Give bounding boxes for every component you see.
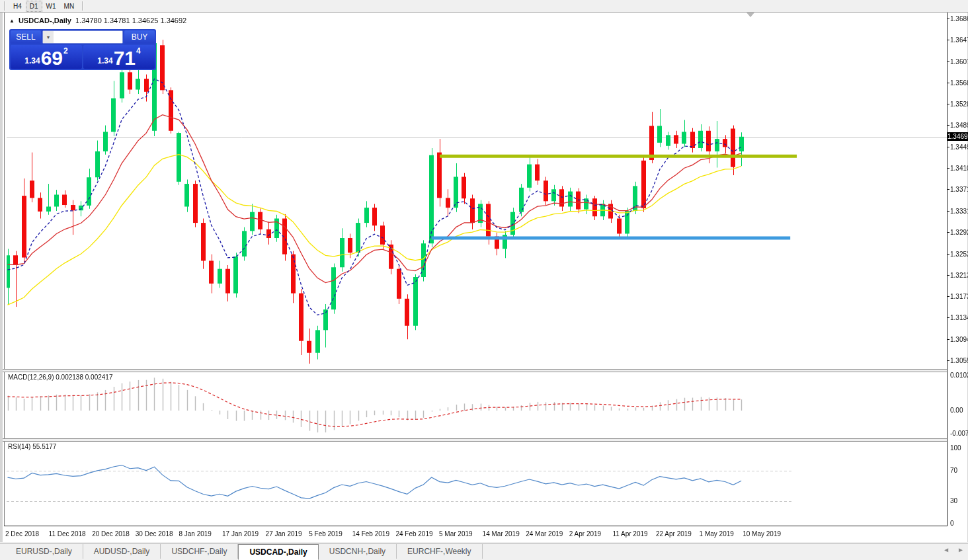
volume-input[interactable] [54,31,123,43]
ohlc-values: 1.34780 1.34781 1.34625 1.34692 [75,17,186,24]
chart-shift-marker-icon[interactable] [746,13,754,17]
timeframe-toolbar: H4D1W1MN [0,0,968,13]
price-axis-tick [948,211,949,212]
time-axis-label: 1 May 2019 [700,530,734,538]
time-axis-label: 17 Jan 2019 [222,530,259,538]
price-axis-label: 1.32130 [950,272,968,279]
mt4-application: H4D1W1MN 1.34692 1.368601.364701.360701.… [0,0,968,560]
macd-indicator-label: MACD(12,26,9) 0.002138 0.002417 [8,374,112,381]
current-price-badge: 1.34692 [948,132,968,141]
price-axis-label: 1.34490 [950,143,968,151]
tab-scroll-left-icon[interactable]: ◄ [943,546,949,553]
price-axis-label: 1.33310 [950,208,968,215]
macd-axis-label: 0.00 [950,407,963,414]
chart-tab-bar: EURUSD-,DailyAUDUSD-,DailyUSDCHF-,DailyU… [0,543,968,560]
time-axis: 2 Dec 201811 Dec 201820 Dec 201830 Dec 2… [4,527,946,541]
rsi-axis-label: 0 [950,520,954,527]
chart-tab-eurusd[interactable]: EURUSD-,Daily [5,544,83,559]
buy-price-main: 71 [114,48,136,68]
time-axis-label: 11 Dec 2018 [49,530,86,538]
timeframe-button-d1[interactable]: D1 [26,1,42,12]
price-axis-tick [948,125,949,126]
pane-separator-rsi[interactable] [3,438,967,442]
one-click-trading-panel: SELL ▼ ▲ BUY 1.34 69 2 1.34 71 4 [9,29,156,70]
rsi-axis-label: 70 [950,467,957,474]
rsi-axis-label: 30 [950,497,957,504]
rsi-indicator-label: RSI(14) 55.5177 [8,443,56,450]
price-axis-label: 1.30550 [950,357,968,364]
volume-box: ▼ ▲ [42,30,123,44]
price-axis-tick [948,168,949,169]
price-axis-label: 1.36070 [950,58,968,65]
time-axis-label: 11 Apr 2019 [612,530,647,538]
time-axis-line [4,526,967,526]
time-axis-label: 8 Jan 2019 [179,530,212,538]
price-axis-label: 1.34890 [950,122,968,129]
time-axis-label: 24 Mar 2019 [526,530,563,538]
chart-tab-usdchf[interactable]: USDCHF-,Daily [161,544,238,559]
price-axis-tick [948,104,949,104]
pane-separator-macd[interactable] [3,369,967,372]
price-axis-tick [948,147,949,147]
time-axis-label: 14 Feb 2019 [352,530,389,538]
price-axis-tick [948,232,949,233]
chart-window: 1.34692 1.368601.364701.360701.356801.35… [0,13,968,542]
price-axis-label: 1.32920 [950,229,968,236]
price-axis-label: 1.36470 [950,36,968,44]
toolbar-separator [4,1,5,11]
macd-axis-label: -0.007477 [950,430,968,437]
price-axis-label: 1.31340 [950,314,968,321]
timeframe-button-h4[interactable]: H4 [9,1,26,12]
price-axis-tick [948,317,949,318]
chart-title: ▲ USDCAD-,Daily 1.34780 1.34781 1.34625 … [9,17,186,24]
price-axis-tick [948,254,949,255]
price-axis-tick [948,275,949,276]
time-axis-label: 2 Apr 2019 [569,530,601,538]
sell-button[interactable]: SELL [11,30,41,44]
time-axis-label: 20 Dec 2018 [92,530,130,538]
time-axis-label: 27 Jan 2019 [266,530,302,538]
symbol-label: USDCAD-,Daily [19,17,71,24]
time-axis-label: 24 Feb 2019 [395,530,432,538]
price-axis-tick [948,360,949,361]
buy-price-pip: 4 [136,46,141,56]
time-axis-label: 10 May 2019 [743,530,781,538]
chart-tab-eurchf[interactable]: EURCHF-,Weekly [397,544,482,559]
price-chart-canvas[interactable] [7,13,947,526]
price-axis-tick [948,61,949,62]
price-axis-label: 1.33710 [950,186,968,193]
time-axis-label: 5 Feb 2019 [309,530,343,538]
price-axis-tick [948,83,949,83]
price-axis-label: 1.30940 [950,336,968,343]
time-axis-label: 30 Dec 2018 [136,530,173,538]
one-click-collapse-icon[interactable]: ▲ [9,18,15,24]
time-axis-label: 22 Apr 2019 [656,530,692,538]
volume-decrease-button[interactable]: ▼ [43,31,54,43]
time-axis-label: 14 Mar 2019 [483,530,520,538]
chart-tab-audusd[interactable]: AUDUSD-,Daily [83,544,161,559]
plot-frame [4,13,946,526]
timeframe-button-w1[interactable]: W1 [42,1,60,12]
buy-price-prefix: 1.34 [97,56,112,65]
sell-price-pip: 2 [63,46,68,56]
time-axis-label: 5 Mar 2019 [439,530,473,538]
buy-button[interactable]: BUY [124,30,155,44]
toolbar-separator [82,1,83,11]
buy-price-button[interactable]: 1.34 71 4 [83,45,155,69]
price-axis-label: 1.35680 [950,79,968,87]
timeframe-button-mn[interactable]: MN [60,1,79,12]
price-axis-tick [948,19,949,19]
tab-scroll-right-icon[interactable]: ► [957,546,964,553]
price-axis-label: 1.36860 [950,15,968,22]
price-axis-label: 1.31730 [950,293,968,300]
time-axis-label: 2 Dec 2018 [5,530,39,538]
price-axis-tick [948,296,949,297]
chart-tab-usdcad[interactable]: USDCAD-,Daily [238,544,318,560]
price-axis-tick [948,339,949,340]
sell-price-prefix: 1.34 [24,56,40,65]
price-axis-label: 1.32520 [950,251,968,258]
sell-price-main: 69 [41,48,63,68]
chart-tab-usdcnh[interactable]: USDCNH-,Daily [319,544,397,559]
sell-price-button[interactable]: 1.34 69 2 [11,45,82,69]
price-axis-tick [948,189,949,190]
